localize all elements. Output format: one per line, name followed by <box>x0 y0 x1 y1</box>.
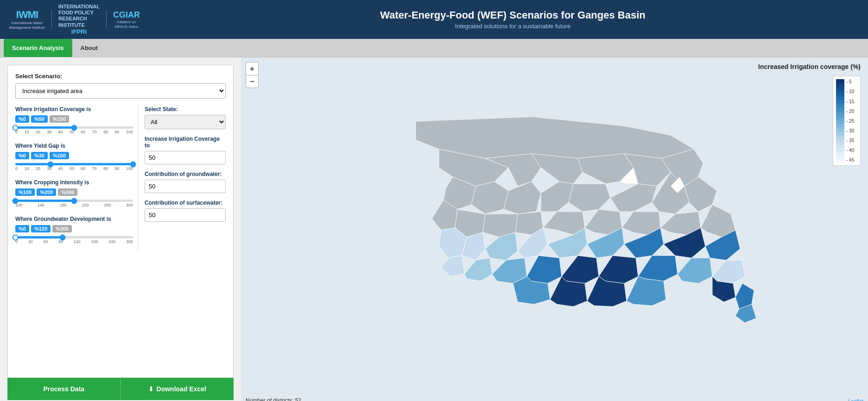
map-highlighted-regions <box>439 228 756 323</box>
field-irrigation-coverage-to: Increase Irrigation Coverage to <box>145 136 226 164</box>
badge-gw-120: %120 <box>31 225 51 232</box>
filter-cropping-intensity: Where Cropping Intensity is %100 %200 %3… <box>15 179 133 209</box>
map-title: Increased Irrigation coverage (%) <box>758 63 861 70</box>
zoom-out-button[interactable]: − <box>246 75 259 88</box>
process-data-button[interactable]: Process Data <box>7 378 120 400</box>
slider-track-cropping[interactable]: 100140180220260300 <box>15 198 133 209</box>
label-surfacewater-contrib: Contribution of surfacewater: <box>145 200 226 206</box>
cgiar-logo: CGIAR Initiative onNEXUS Gains <box>113 10 140 29</box>
badges-irrigation: %0 %50 %100 <box>15 115 133 123</box>
zoom-in-button[interactable]: + <box>246 62 259 75</box>
logo-group: IWMI International WaterManagement Insti… <box>9 4 167 35</box>
slider-track-groundwater[interactable]: 0306090120180240300 <box>15 234 133 246</box>
input-surfacewater-contrib[interactable] <box>145 208 226 222</box>
select-scenario-label: Select Scenario: <box>15 73 226 80</box>
filter-label-groundwater: Where Groundwater Development is <box>15 216 133 222</box>
filter-groundwater-dev: Where Groundwater Development is %0 %120… <box>15 216 133 246</box>
filter-label-cropping: Where Cropping Intensity is <box>15 179 133 186</box>
field-select-state: Select State: All <box>145 106 226 129</box>
badge-crop-200: %200 <box>37 188 56 196</box>
header-title-block: Water-Energy-Food (WEF) Scenarios for Ga… <box>167 9 859 30</box>
badge-gw-300: %300 <box>52 225 72 232</box>
badges-cropping: %100 %200 %300 <box>15 188 133 196</box>
badge-yield-0: %0 <box>15 152 29 159</box>
districts-count: Number of districts: 52 <box>246 397 301 401</box>
download-excel-button[interactable]: ⬇ Download Excel <box>120 378 234 400</box>
slider-track-yield[interactable]: 0102030405060708090100 <box>15 161 133 173</box>
filter-irrigation-coverage: Where Irrigation Coverage is %0 %50 %100 <box>15 106 133 136</box>
label-irrigation-to: Increase Irrigation Coverage to <box>145 136 226 149</box>
badge-crop-300: %300 <box>58 188 77 196</box>
ifpri-logo: INTERNATIONALFOOD POLICYRESEARCHINSTITUT… <box>58 4 100 35</box>
map-area: + − Increased Irrigation coverage (%) - … <box>241 57 868 401</box>
logo-divider-2 <box>106 10 107 29</box>
ticks-groundwater: 0306090120180240300 <box>15 239 133 244</box>
legend-labels: - 5 - 10 - 15 - 20 - 25 - 30 - 35 - 40 -… <box>846 79 854 163</box>
map-zoom-controls: + − <box>246 62 259 88</box>
left-sliders: Where Irrigation Coverage is %0 %50 %100 <box>15 106 138 252</box>
app-header: IWMI International WaterManagement Insti… <box>0 0 868 39</box>
map-svg-container <box>241 57 868 401</box>
badges-groundwater: %0 %120 %300 <box>15 225 133 232</box>
map-svg <box>346 112 763 353</box>
badge-irr-0: %0 <box>15 115 29 123</box>
bottom-buttons: Process Data ⬇ Download Excel <box>7 378 234 400</box>
label-groundwater-contrib: Contribution of groundwater: <box>145 171 226 177</box>
logo-divider-1 <box>51 10 52 29</box>
download-label: Download Excel <box>157 385 206 393</box>
map-gray-regions <box>416 117 735 237</box>
badge-irr-50: %50 <box>31 115 48 123</box>
app-title: Water-Energy-Food (WEF) Scenarios for Ga… <box>167 9 859 21</box>
map-legend: - 5 - 10 - 15 - 20 - 25 - 30 - 35 - 40 -… <box>833 76 861 166</box>
badge-irr-100: %100 <box>50 115 69 123</box>
label-select-state: Select State: <box>145 106 226 113</box>
filter-yield-gap: Where Yield Gap is %0 %30 %100 <box>15 143 133 173</box>
app-subtitle: Integrated solutions for a sustainable f… <box>167 23 859 30</box>
badges-yield: %0 %30 %100 <box>15 152 133 159</box>
filter-label-irrigation: Where Irrigation Coverage is <box>15 106 133 113</box>
panel-inner: Select Scenario: Increase irrigated area… <box>7 65 234 378</box>
leaflet-credit[interactable]: Leaflet <box>848 398 863 401</box>
panel-content: Select Scenario: Increase irrigated area… <box>7 65 234 400</box>
filter-label-yield: Where Yield Gap is <box>15 143 133 149</box>
input-irrigation-coverage-to[interactable] <box>145 151 226 164</box>
ticks-yield: 0102030405060708090100 <box>15 166 133 171</box>
nav-bar: Scenario Analysis About <box>0 39 868 57</box>
select-state[interactable]: All <box>145 115 226 129</box>
map-footer: Number of districts: 52 <box>246 397 301 401</box>
field-surfacewater-contrib: Contribution of surfacewater: <box>145 200 226 222</box>
main-layout: Select Scenario: Increase irrigated area… <box>0 57 868 401</box>
left-panel: Select Scenario: Increase irrigated area… <box>0 57 241 401</box>
tab-about[interactable]: About <box>72 39 107 57</box>
badge-yield-100: %100 <box>50 152 69 159</box>
badge-yield-30: %30 <box>31 152 48 159</box>
tab-scenario-analysis[interactable]: Scenario Analysis <box>4 39 72 57</box>
badge-crop-100: %100 <box>15 188 35 196</box>
field-groundwater-contrib: Contribution of groundwater: <box>145 171 226 193</box>
scenario-select[interactable]: Increase irrigated area <box>15 83 226 99</box>
badge-gw-0: %0 <box>15 225 29 232</box>
legend-gradient <box>836 79 844 163</box>
input-groundwater-contrib[interactable] <box>145 180 226 193</box>
right-inputs: Select State: All Increase Irrigation Co… <box>138 106 226 252</box>
iwmi-logo: IWMI International WaterManagement Insti… <box>9 9 45 31</box>
download-icon: ⬇ <box>148 385 154 393</box>
sliders-and-inputs: Where Irrigation Coverage is %0 %50 %100 <box>15 106 226 252</box>
slider-track-irrigation[interactable]: 0102030405060708090100 <box>15 125 133 136</box>
